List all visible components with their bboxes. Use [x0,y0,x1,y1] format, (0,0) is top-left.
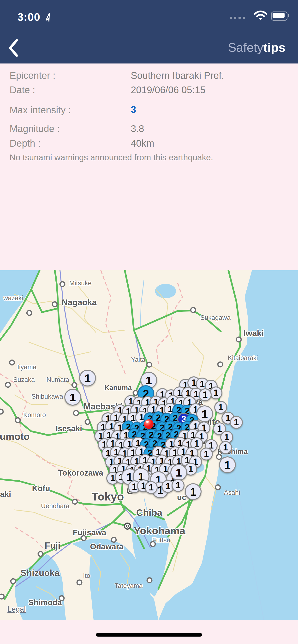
intensity-marker-1: 1 [79,370,96,386]
depth-label: Depth : [10,138,41,149]
city-dot [190,307,196,313]
city-label: Shibukawa [32,393,63,400]
city-dot [59,595,65,601]
tsunami-note: No tsunami warnings announced from this … [10,152,213,162]
city-dot [38,551,44,557]
intensity-marker-1: 1 [170,464,187,481]
earthquake-info-panel: Epicenter : Southern Ibaraki Pref. Date … [0,64,298,270]
city-label: Tateyama [114,582,142,590]
city-label: Asahi [224,489,240,496]
city-label: uc [177,493,186,502]
intensity-marker-1: 1 [145,481,158,494]
city-label: saki [0,490,11,499]
intensity-marker-1: 1 [230,416,243,429]
city-dot [15,417,21,423]
city-label: Nagaoka [62,298,97,307]
status-time: 3:00 [17,10,40,24]
back-button[interactable] [7,38,24,60]
magnitude-value: 3.8 [131,124,144,134]
epicenter-value: Southern Ibaraki Pref. [131,70,224,81]
city-label: Komoro [23,411,46,419]
city-dot [73,410,79,416]
city-dot [146,362,152,368]
city-label: Suzaka [13,376,35,384]
city-dot [217,362,223,368]
cellular-signal-icon [230,17,245,19]
city-label: Shizuoka [21,568,60,578]
city-label: Yokohama [134,525,185,537]
battery-icon [271,12,287,20]
city-label: umoto [0,431,30,442]
city-label: Mitsuke [69,280,91,287]
city-label: Tokorozawa [58,468,103,478]
city-dot [81,535,87,541]
city-dot [215,484,221,490]
intensity-marker-1: 1 [209,386,222,400]
intensity-marker-1: 1 [214,401,227,414]
city-label: Sukagawa [200,314,231,322]
station-icon [124,522,131,530]
intensity-map[interactable]: MitsukeNagaokawazakiSukagawaIwakiKitaiba… [0,270,298,620]
intensity-marker-1: 1 [64,389,81,406]
header-bar: 3:00 Safetytips [0,0,298,64]
city-dot [26,310,32,316]
footer [0,620,298,644]
app-title-tips: tips [263,40,285,54]
city-label: Chiba [136,508,162,518]
city-label: Shimoda [28,598,62,607]
intensity-marker-1: 1 [196,406,213,422]
legal-link[interactable]: Legal [8,605,26,614]
city-label: Yaita [131,356,145,364]
app-screen: 3:00 Safetytips Epicenter : Southern Iba… [0,0,298,644]
wifi-icon [254,10,267,22]
city-dot [52,302,58,308]
city-dot [236,336,242,342]
city-label: Isesaki [56,424,82,433]
city-label: Iwaki [243,328,264,338]
city-label: Ito [83,572,90,580]
intensity-marker-1: 1 [172,479,185,492]
city-label: Odawara [90,542,123,551]
intensity-marker-1: 1 [219,456,236,473]
epicenter-label: Epicenter : [10,70,55,81]
city-dot [10,578,16,584]
city-label: Kofu [32,484,50,493]
city-label: Fujisawa [73,528,106,537]
city-label: Iiyama [17,364,37,371]
city-label: Fuji [45,541,60,551]
depth-value: 40km [131,138,154,149]
city-dot [60,281,66,287]
city-dot [85,419,91,425]
city-dot [5,382,11,388]
app-title-safety: Safety [228,40,263,54]
city-label: Kitaibaraki [228,354,258,362]
city-dot [150,541,156,547]
city-label: Tokyo [92,490,124,503]
city-dot [72,499,78,505]
location-arrow-icon [45,12,53,22]
city-dot [9,360,15,366]
city-dot [72,382,77,388]
home-indicator[interactable] [96,633,202,636]
date-value: 2019/06/06 05:15 [131,84,205,95]
max-intensity-label: Max intensity : [10,105,71,116]
intensity-marker-1: 1 [185,483,202,500]
city-dot [111,537,117,543]
city-label: Uenohara [41,502,70,510]
intensity-marker-1: 1 [199,388,212,401]
epicenter-marker [144,419,154,429]
city-label: Numata [47,376,69,384]
intensity-marker-1: 1 [200,448,213,460]
city-label: Kanuma [104,384,132,392]
city-label: wazaki [3,294,23,302]
magnitude-label: Magnitude : [10,124,60,134]
date-label: Date : [10,84,35,95]
city-dot [146,578,153,584]
city-dot [77,580,83,586]
intensity-marker-1: 1 [219,441,232,454]
app-title: Safetytips [228,40,285,54]
max-intensity-value: 3 [131,104,136,115]
